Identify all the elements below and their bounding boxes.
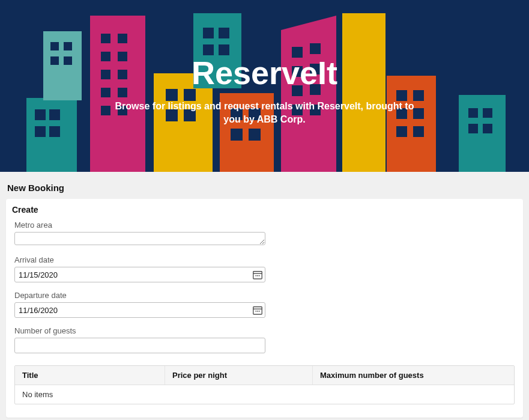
svg-rect-7	[64, 42, 72, 50]
hero-subtitle: Browse for listings and request rentals …	[115, 100, 415, 126]
svg-point-61	[257, 275, 258, 276]
svg-rect-4	[49, 126, 60, 137]
table-header: Title Price per night Maximum number of …	[15, 366, 514, 385]
metro-area-row: Metro area	[14, 221, 515, 247]
calendar-icon[interactable]	[252, 305, 263, 315]
arrival-date-label: Arrival date	[14, 255, 515, 264]
departure-date-input[interactable]	[14, 302, 265, 318]
card-title: Create	[12, 205, 515, 215]
hero-text: ReserveIt Browse for listings and reques…	[0, 54, 529, 126]
calendar-icon[interactable]	[252, 269, 263, 280]
footer-actions: Cancel Create	[6, 418, 523, 420]
hero-title: ReserveIt	[0, 54, 529, 91]
svg-point-65	[255, 311, 256, 312]
svg-rect-6	[50, 42, 59, 50]
svg-point-66	[257, 311, 258, 312]
page-title: New Booking	[7, 183, 522, 193]
guests-label: Number of guests	[14, 326, 515, 335]
col-price[interactable]: Price per night	[165, 366, 313, 385]
svg-rect-11	[101, 34, 110, 43]
hero-banner: ReserveIt Browse for listings and reques…	[0, 0, 529, 172]
svg-rect-27	[203, 28, 214, 38]
metro-area-input[interactable]	[14, 232, 265, 245]
svg-rect-51	[396, 126, 407, 137]
departure-date-label: Departure date	[14, 291, 515, 300]
svg-point-60	[255, 275, 256, 276]
create-card: Create Metro area Arrival date Departure…	[6, 199, 523, 418]
col-max-guests[interactable]: Maximum number of guests	[313, 366, 514, 385]
svg-rect-35	[249, 129, 261, 141]
table-empty-row: No items	[15, 385, 514, 404]
svg-rect-28	[219, 28, 229, 38]
metro-area-label: Metro area	[14, 221, 515, 230]
svg-rect-12	[118, 34, 127, 43]
listings-table: Title Price per night Maximum number of …	[14, 365, 515, 404]
svg-rect-3	[35, 126, 46, 137]
svg-point-62	[259, 275, 260, 276]
svg-rect-34	[231, 129, 243, 141]
page-body: New Booking Create Metro area Arrival da…	[0, 172, 529, 420]
svg-rect-52	[413, 126, 424, 137]
guests-row: Number of guests	[14, 326, 515, 353]
col-title[interactable]: Title	[15, 366, 165, 385]
svg-rect-38	[310, 43, 321, 54]
arrival-date-row: Arrival date	[14, 255, 515, 282]
svg-point-67	[259, 311, 260, 312]
arrival-date-input[interactable]	[14, 267, 265, 282]
guests-input[interactable]	[14, 338, 265, 353]
departure-date-row: Departure date	[14, 291, 515, 318]
